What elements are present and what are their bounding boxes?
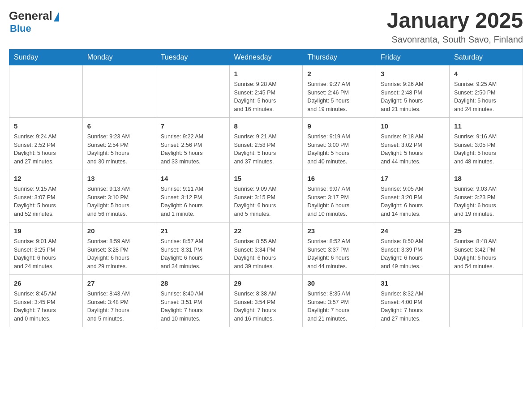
day-info: Sunrise: 9:25 AM Sunset: 2:50 PM Dayligh… [454, 80, 518, 114]
day-info: Sunrise: 9:05 AM Sunset: 3:20 PM Dayligh… [381, 185, 445, 218]
calendar-cell: 27Sunrise: 8:43 AM Sunset: 3:48 PM Dayli… [82, 274, 156, 327]
day-info: Sunrise: 9:21 AM Sunset: 2:58 PM Dayligh… [234, 133, 298, 166]
weekday-header-friday: Friday [376, 49, 450, 65]
calendar-cell: 20Sunrise: 8:59 AM Sunset: 3:28 PM Dayli… [82, 222, 156, 274]
calendar-cell: 31Sunrise: 8:32 AM Sunset: 4:00 PM Dayli… [376, 274, 450, 327]
day-number: 9 [307, 121, 371, 131]
logo: General Blue [9, 9, 59, 34]
calendar-cell: 9Sunrise: 9:19 AM Sunset: 3:00 PM Daylig… [303, 117, 376, 170]
page-header: General Blue January 2025 Savonranta, So… [9, 9, 523, 45]
calendar-cell: 11Sunrise: 9:16 AM Sunset: 3:05 PM Dayli… [450, 117, 523, 170]
calendar-cell: 1Sunrise: 9:28 AM Sunset: 2:45 PM Daylig… [229, 65, 303, 117]
calendar-cell: 14Sunrise: 9:11 AM Sunset: 3:12 PM Dayli… [156, 170, 229, 222]
day-number: 8 [234, 121, 298, 131]
day-info: Sunrise: 9:26 AM Sunset: 2:48 PM Dayligh… [381, 80, 445, 114]
calendar-cell: 13Sunrise: 9:13 AM Sunset: 3:10 PM Dayli… [82, 170, 156, 222]
day-number: 21 [161, 226, 225, 235]
day-number: 1 [234, 69, 298, 78]
day-info: Sunrise: 9:22 AM Sunset: 2:56 PM Dayligh… [161, 133, 225, 166]
day-number: 29 [234, 278, 298, 288]
logo-triangle-icon [54, 12, 59, 21]
weekday-header-row: SundayMondayTuesdayWednesdayThursdayFrid… [9, 49, 523, 65]
day-number: 17 [381, 174, 445, 183]
calendar-table: SundayMondayTuesdayWednesdayThursdayFrid… [9, 49, 523, 327]
calendar-cell: 15Sunrise: 9:09 AM Sunset: 3:15 PM Dayli… [229, 170, 303, 222]
day-number: 26 [14, 278, 78, 288]
calendar-cell: 16Sunrise: 9:07 AM Sunset: 3:17 PM Dayli… [303, 170, 376, 222]
week-row-5: 26Sunrise: 8:45 AM Sunset: 3:45 PM Dayli… [9, 274, 523, 327]
day-info: Sunrise: 9:13 AM Sunset: 3:10 PM Dayligh… [87, 185, 151, 218]
calendar-cell: 18Sunrise: 9:03 AM Sunset: 3:23 PM Dayli… [450, 170, 523, 222]
day-info: Sunrise: 9:23 AM Sunset: 2:54 PM Dayligh… [87, 133, 151, 166]
calendar-cell: 19Sunrise: 9:01 AM Sunset: 3:25 PM Dayli… [9, 222, 83, 274]
day-number: 19 [14, 226, 78, 235]
day-info: Sunrise: 9:03 AM Sunset: 3:23 PM Dayligh… [454, 185, 518, 218]
day-info: Sunrise: 9:15 AM Sunset: 3:07 PM Dayligh… [14, 185, 78, 218]
calendar-cell: 26Sunrise: 8:45 AM Sunset: 3:45 PM Dayli… [9, 274, 83, 327]
week-row-1: 1Sunrise: 9:28 AM Sunset: 2:45 PM Daylig… [9, 65, 523, 117]
calendar-cell: 2Sunrise: 9:27 AM Sunset: 2:46 PM Daylig… [303, 65, 376, 117]
calendar-cell [9, 65, 83, 117]
day-number: 22 [234, 226, 298, 235]
week-row-4: 19Sunrise: 9:01 AM Sunset: 3:25 PM Dayli… [9, 222, 523, 274]
day-number: 18 [454, 174, 518, 183]
day-number: 3 [381, 69, 445, 78]
day-number: 14 [161, 174, 225, 183]
day-info: Sunrise: 9:09 AM Sunset: 3:15 PM Dayligh… [234, 185, 298, 218]
calendar-cell: 29Sunrise: 8:38 AM Sunset: 3:54 PM Dayli… [229, 274, 303, 327]
day-number: 6 [87, 121, 151, 131]
day-info: Sunrise: 8:57 AM Sunset: 3:31 PM Dayligh… [161, 237, 225, 271]
calendar-cell: 10Sunrise: 9:18 AM Sunset: 3:02 PM Dayli… [376, 117, 450, 170]
calendar-cell: 3Sunrise: 9:26 AM Sunset: 2:48 PM Daylig… [376, 65, 450, 117]
day-number: 10 [381, 121, 445, 131]
weekday-header-tuesday: Tuesday [156, 49, 229, 65]
day-number: 31 [381, 278, 445, 288]
calendar-cell: 17Sunrise: 9:05 AM Sunset: 3:20 PM Dayli… [376, 170, 450, 222]
day-number: 12 [14, 174, 78, 183]
calendar-cell [450, 274, 523, 327]
day-number: 4 [454, 69, 518, 78]
weekday-header-saturday: Saturday [450, 49, 523, 65]
day-info: Sunrise: 8:43 AM Sunset: 3:48 PM Dayligh… [87, 290, 151, 323]
weekday-header-thursday: Thursday [303, 49, 376, 65]
day-info: Sunrise: 8:50 AM Sunset: 3:39 PM Dayligh… [381, 237, 445, 271]
calendar-cell: 8Sunrise: 9:21 AM Sunset: 2:58 PM Daylig… [229, 117, 303, 170]
day-info: Sunrise: 9:07 AM Sunset: 3:17 PM Dayligh… [307, 185, 371, 218]
calendar-cell: 5Sunrise: 9:24 AM Sunset: 2:52 PM Daylig… [9, 117, 83, 170]
day-number: 5 [14, 121, 78, 131]
day-info: Sunrise: 9:28 AM Sunset: 2:45 PM Dayligh… [234, 80, 298, 114]
day-number: 11 [454, 121, 518, 131]
day-number: 23 [307, 226, 371, 235]
calendar-cell [82, 65, 156, 117]
day-number: 7 [161, 121, 225, 131]
day-info: Sunrise: 9:01 AM Sunset: 3:25 PM Dayligh… [14, 237, 78, 271]
calendar-cell: 21Sunrise: 8:57 AM Sunset: 3:31 PM Dayli… [156, 222, 229, 274]
day-info: Sunrise: 8:40 AM Sunset: 3:51 PM Dayligh… [161, 290, 225, 323]
day-number: 24 [381, 226, 445, 235]
day-number: 16 [307, 174, 371, 183]
calendar-cell: 4Sunrise: 9:25 AM Sunset: 2:50 PM Daylig… [450, 65, 523, 117]
logo-blue-text: Blue [10, 23, 31, 34]
day-number: 30 [307, 278, 371, 288]
weekday-header-wednesday: Wednesday [229, 49, 303, 65]
day-info: Sunrise: 9:27 AM Sunset: 2:46 PM Dayligh… [307, 80, 371, 114]
calendar-cell: 6Sunrise: 9:23 AM Sunset: 2:54 PM Daylig… [82, 117, 156, 170]
week-row-3: 12Sunrise: 9:15 AM Sunset: 3:07 PM Dayli… [9, 170, 523, 222]
weekday-header-sunday: Sunday [9, 49, 83, 65]
day-number: 27 [87, 278, 151, 288]
title-section: January 2025 Savonranta, South Savo, Fin… [387, 9, 523, 45]
calendar-subtitle: Savonranta, South Savo, Finland [387, 34, 523, 45]
day-info: Sunrise: 9:11 AM Sunset: 3:12 PM Dayligh… [161, 185, 225, 218]
weekday-header-monday: Monday [82, 49, 156, 65]
calendar-cell: 12Sunrise: 9:15 AM Sunset: 3:07 PM Dayli… [9, 170, 83, 222]
day-info: Sunrise: 8:52 AM Sunset: 3:37 PM Dayligh… [307, 237, 371, 271]
day-info: Sunrise: 8:55 AM Sunset: 3:34 PM Dayligh… [234, 237, 298, 271]
day-number: 28 [161, 278, 225, 288]
week-row-2: 5Sunrise: 9:24 AM Sunset: 2:52 PM Daylig… [9, 117, 523, 170]
day-number: 15 [234, 174, 298, 183]
calendar-cell: 30Sunrise: 8:35 AM Sunset: 3:57 PM Dayli… [303, 274, 376, 327]
day-info: Sunrise: 8:59 AM Sunset: 3:28 PM Dayligh… [87, 237, 151, 271]
day-info: Sunrise: 9:18 AM Sunset: 3:02 PM Dayligh… [381, 133, 445, 166]
day-info: Sunrise: 9:19 AM Sunset: 3:00 PM Dayligh… [307, 133, 371, 166]
day-info: Sunrise: 8:48 AM Sunset: 3:42 PM Dayligh… [454, 237, 518, 271]
